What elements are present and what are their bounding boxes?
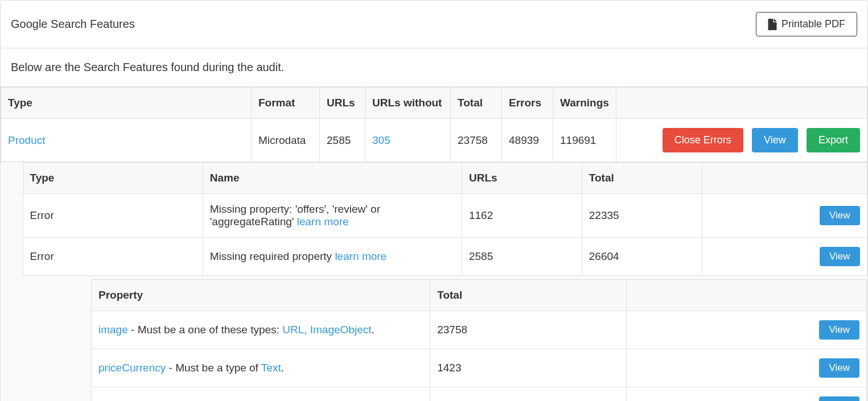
panel-header: Google Search Features Printable PDF: [1, 1, 867, 48]
view-button[interactable]: View: [820, 206, 860, 225]
view-button[interactable]: View: [819, 320, 859, 340]
error-type-cell: Error: [23, 194, 203, 238]
property-total-cell: 1423: [430, 387, 627, 402]
property-mid: - Must be a one of these types:: [128, 324, 282, 336]
product-type-link[interactable]: Product: [8, 134, 45, 146]
file-icon: [768, 19, 777, 30]
printable-pdf-button[interactable]: Printable PDF: [756, 12, 857, 36]
property-cell: image - Must be a one of these types: UR…: [92, 311, 430, 349]
col-total: Total: [451, 88, 502, 119]
table-row: availability - Must be a type of ItemAva…: [92, 387, 867, 402]
property-link[interactable]: image: [98, 324, 128, 336]
property-cell: priceCurrency - Must be a type of Text.: [92, 349, 430, 387]
col-actions: [702, 163, 867, 194]
col-type: Type: [23, 163, 203, 194]
view-button[interactable]: View: [819, 358, 859, 378]
table-row: priceCurrency - Must be a type of Text. …: [92, 349, 867, 387]
page-title: Google Search Features: [11, 18, 135, 31]
col-total: Total: [582, 163, 702, 194]
property-link[interactable]: priceCurrency: [98, 362, 166, 374]
error-urls-cell: 1162: [462, 194, 582, 238]
error-type-cell: Error: [23, 238, 203, 276]
col-total: Total: [430, 280, 627, 311]
printable-pdf-label: Printable PDF: [781, 18, 845, 30]
total-cell: 23758: [451, 119, 502, 162]
errors-cell: 48939: [502, 119, 553, 162]
property-total-cell: 1423: [430, 349, 627, 387]
type-link[interactable]: URL, ImageObject: [282, 324, 371, 336]
error-name-cell: Missing property: 'offers', 'review' or …: [203, 194, 462, 238]
view-button[interactable]: View: [752, 128, 798, 152]
col-actions: [627, 280, 867, 311]
col-type: Type: [1, 88, 252, 119]
col-actions: [616, 88, 867, 119]
error-name-text: Missing required property: [210, 250, 335, 262]
urls-cell: 2585: [320, 119, 365, 162]
learn-more-link[interactable]: learn more: [335, 250, 386, 262]
format-cell: Microdata: [252, 119, 320, 162]
col-urls: URLs: [320, 88, 365, 119]
error-total-cell: 26604: [582, 238, 702, 276]
error-name-cell: Missing required property learn more: [203, 238, 462, 276]
error-name-text: Missing property: 'offers', 'review' or …: [210, 203, 380, 228]
col-property: Property: [92, 280, 430, 311]
property-total-cell: 23758: [430, 311, 627, 349]
table-row: Error Missing required property learn mo…: [23, 238, 867, 276]
col-name: Name: [203, 163, 462, 194]
type-link[interactable]: Text: [261, 362, 281, 374]
col-format: Format: [252, 88, 320, 119]
errors-table: Type Name URLs Total Error: [23, 162, 867, 401]
export-button[interactable]: Export: [807, 128, 860, 152]
table-row: Product Microdata 2585 305 23758 48939 1…: [1, 119, 867, 162]
property-cell: availability - Must be a type of ItemAva…: [92, 387, 430, 402]
properties-table: Property Total: [91, 279, 867, 401]
learn-more-link[interactable]: learn more: [297, 216, 349, 228]
property-tail: .: [281, 362, 284, 374]
col-urls: URLs: [462, 163, 582, 194]
view-button[interactable]: View: [819, 396, 859, 401]
table-row: Error Missing property: 'offers', 'revie…: [23, 194, 867, 238]
error-total-cell: 22335: [582, 194, 702, 238]
urls-without-link[interactable]: 305: [372, 134, 390, 146]
warnings-cell: 119691: [553, 119, 616, 162]
close-errors-button[interactable]: Close Errors: [663, 128, 743, 152]
col-urls-without: URLs without: [365, 88, 451, 119]
table-row: image - Must be a one of these types: UR…: [92, 311, 867, 349]
panel-description: Below are the Search Features found duri…: [1, 48, 867, 87]
col-errors: Errors: [502, 88, 553, 119]
property-tail: .: [371, 324, 374, 336]
col-warnings: Warnings: [553, 88, 616, 119]
view-button[interactable]: View: [820, 247, 860, 266]
features-table: Type Format URLs URLs without Total Erro…: [1, 87, 867, 401]
error-urls-cell: 2585: [462, 238, 582, 276]
property-mid: - Must be a type of: [166, 362, 261, 374]
